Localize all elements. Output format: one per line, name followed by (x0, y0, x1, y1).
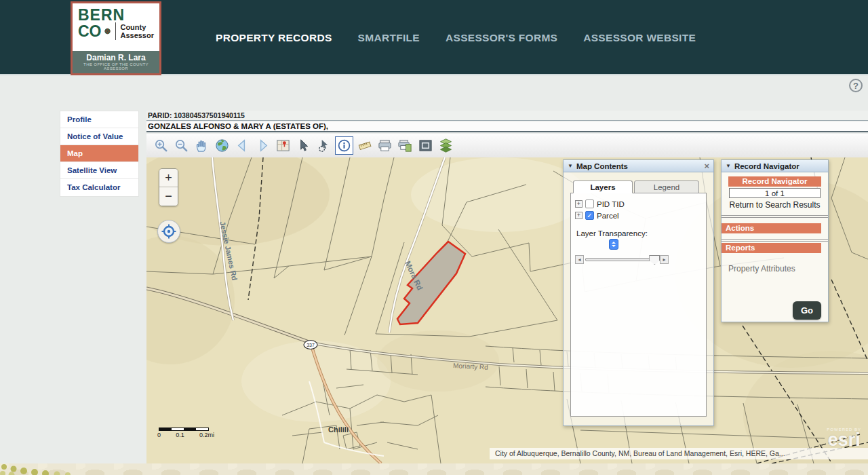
previous-extent-icon[interactable] (233, 136, 252, 155)
print-map-icon[interactable] (396, 136, 414, 155)
sidebar-item-notice-of-value[interactable]: Notice of Value (60, 128, 138, 145)
assessor-name-strip: Damian R. Lara THE OFFICE OF THE COUNTY … (71, 51, 161, 75)
tab-layers[interactable]: Layers (573, 180, 633, 193)
geolocate-button[interactable] (157, 220, 180, 243)
layer-name-pid-tid: PID TID (597, 200, 625, 208)
sidebar-item-map[interactable]: Map (60, 145, 138, 162)
close-icon[interactable]: × (704, 161, 709, 171)
collapse-icon[interactable]: ▼ (726, 163, 731, 169)
sidebar-item-tax-calculator[interactable]: Tax Calculator (60, 179, 138, 196)
return-to-search-results-link[interactable]: Return to Search Results (722, 200, 828, 210)
slider-track[interactable] (585, 258, 658, 261)
logo-tagline: County Assessor (120, 23, 154, 39)
top-navigation: PROPERTY RECORDS SMARTFILE ASSESSOR'S FO… (216, 0, 696, 75)
record-navigator-banner: Record Navigator (728, 176, 821, 187)
record-navigator-header[interactable]: ▼ Record Navigator (722, 160, 828, 172)
zoom-out-tool-icon[interactable] (172, 136, 191, 155)
logo-line1: BERN (78, 7, 154, 22)
scale-tick-2: 0.2mi (199, 432, 214, 438)
next-extent-icon[interactable] (254, 136, 272, 155)
reports-section-header[interactable]: Reports (722, 243, 821, 253)
sidebar: Profile Notice of Value Map Satellite Vi… (60, 111, 139, 197)
layers-tab-content: + PID TID + ✓ Parcel Layer Transparency:… (570, 193, 707, 417)
assessor-name: Damian R. Lara (74, 53, 158, 62)
nav-smartfile[interactable]: SMARTFILE (358, 32, 420, 44)
divider (722, 215, 828, 218)
esri-logo: POWERED BY esri (827, 428, 861, 448)
esri-brand: esri (827, 432, 861, 448)
map-contents-tabs: Layers Legend (573, 180, 713, 193)
property-attributes-link[interactable]: Property Attributes (728, 264, 828, 273)
route-shield: 337 (304, 341, 317, 349)
transparency-value-spinner[interactable] (609, 239, 618, 250)
bernco-logo[interactable]: BERN CO County Assessor Damian R (71, 1, 161, 75)
map-zoom-out-button[interactable]: − (159, 187, 178, 206)
identify-tool-icon[interactable] (335, 136, 353, 155)
transparency-slider: ◂ ▸ (575, 255, 702, 264)
expand-icon[interactable]: + (575, 212, 583, 219)
nav-property-records[interactable]: PROPERTY RECORDS (216, 32, 332, 44)
map-zoom-in-button[interactable]: + (159, 169, 178, 187)
print-icon[interactable] (376, 136, 394, 155)
crosshair-icon (161, 223, 177, 240)
footer-decorative-band (0, 463, 868, 475)
clear-selection-icon[interactable] (315, 136, 333, 155)
owner-name: GONZALES ALFONSO & MARY A (ESTATES OF), (146, 121, 868, 132)
logo-divider (115, 22, 116, 40)
actions-section-header[interactable]: Actions (722, 223, 821, 233)
zoom-in-tool-icon[interactable] (152, 136, 170, 155)
office-subtitle: THE OFFICE OF THE COUNTY ASSESSOR (74, 62, 158, 71)
help-icon[interactable]: ? (849, 79, 863, 92)
map-attribution: City of Albuquerque, Bernalillo County, … (490, 448, 868, 459)
layer-row-pid-tid: + PID TID (575, 200, 702, 208)
map-contents-title: Map Contents (576, 162, 704, 170)
scale-bar: 0 0.1 0.2mi (157, 428, 216, 438)
scale-tick-0: 0 (157, 432, 161, 438)
measure-tool-icon[interactable] (355, 136, 374, 155)
record-navigator-title: Record Navigator (734, 162, 824, 170)
seed-pattern-icon (0, 463, 88, 475)
label-chilili: Chilili (328, 425, 349, 434)
parcel-checkbox[interactable]: ✓ (585, 211, 594, 220)
sidebar-item-satellite-view[interactable]: Satellite View (60, 162, 138, 179)
collapse-icon[interactable]: ▼ (568, 163, 573, 169)
logo-line2: CO (78, 23, 102, 39)
layers-icon[interactable] (437, 136, 455, 155)
map-zoom-control: + − (159, 168, 178, 206)
map-contents-panel: ▼ Map Contents × Layers Legend + PID TID… (563, 159, 714, 426)
map-viewport: 337 Jessie James Rd Mora Rd Moriarty Rd … (146, 157, 868, 463)
slider-left-button[interactable]: ◂ (575, 255, 584, 264)
nav-assessors-forms[interactable]: ASSESSOR'S FORMS (446, 32, 557, 44)
slider-thumb[interactable] (649, 255, 660, 265)
app-header: BERN CO County Assessor Damian R (0, 0, 868, 75)
bernco-logo-mark: BERN CO County Assessor (71, 1, 161, 51)
expand-icon[interactable]: + (575, 200, 583, 208)
layer-transparency-label: Layer Transparency: (576, 229, 702, 238)
layer-name-parcel: Parcel (597, 212, 619, 220)
map-contents-header[interactable]: ▼ Map Contents × (564, 160, 713, 172)
tab-legend[interactable]: Legend (634, 180, 699, 193)
zia-symbol-icon (104, 24, 111, 38)
nav-assessor-website[interactable]: ASSESSOR WEBSITE (583, 32, 696, 44)
record-navigator-panel: ▼ Record Navigator Record Navigator Retu… (721, 159, 829, 322)
route-shield-number: 337 (307, 343, 315, 347)
scale-tick-1: 0.1 (176, 432, 184, 438)
full-screen-icon[interactable] (416, 136, 435, 155)
record-position-input[interactable] (729, 188, 821, 198)
go-button[interactable]: Go (793, 301, 821, 320)
divider (722, 239, 828, 242)
slider-right-button[interactable]: ▸ (660, 255, 669, 264)
parid-label: PARID: 103804537501940115 (146, 111, 868, 121)
pid-tid-checkbox[interactable] (585, 200, 594, 208)
select-tool-icon[interactable] (294, 136, 313, 155)
sidebar-item-profile[interactable]: Profile (60, 111, 138, 128)
layer-row-parcel: + ✓ Parcel (575, 211, 702, 220)
pan-hand-icon[interactable] (193, 136, 211, 155)
full-extent-globe-icon[interactable] (213, 136, 231, 155)
overview-map-icon[interactable] (274, 136, 292, 155)
map-toolbar (146, 134, 868, 157)
page: BERN CO County Assessor Damian R (0, 0, 868, 475)
